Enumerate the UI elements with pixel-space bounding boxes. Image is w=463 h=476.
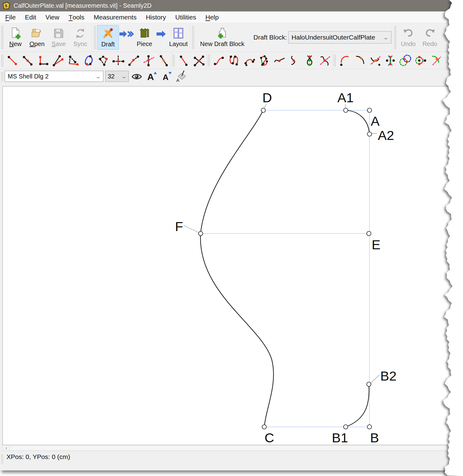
point-C[interactable] (262, 425, 266, 429)
point-bisector-rays-icon (52, 54, 64, 67)
point-length-angle-button[interactable] (5, 53, 20, 68)
undo-button[interactable]: Undo (398, 25, 419, 49)
point-label-settings-button[interactable]: A (174, 70, 188, 83)
sync-button-label: Sync (73, 41, 87, 47)
circle-tangent-point-button[interactable] (413, 53, 428, 68)
curve-bisector-button[interactable] (272, 53, 287, 68)
circles-intersection-button[interactable] (398, 53, 413, 68)
bottom-corner-curve[interactable] (346, 384, 369, 427)
spline-path-button[interactable] (257, 53, 272, 68)
new-draft-block-button[interactable]: New Draft Block (195, 25, 249, 49)
point-label-A[interactable]: A (371, 114, 380, 128)
menu-item-measurements[interactable]: Measurements (89, 11, 141, 23)
top-corner-curve[interactable] (346, 110, 369, 134)
line-intersection-icon (193, 54, 205, 67)
point-normal-button[interactable] (35, 53, 50, 68)
toolbar-drag-handle[interactable] (192, 26, 194, 49)
draft-block-select[interactable]: HaloUndersuitOuterCalfPlate ⌄ (288, 31, 391, 44)
point-A[interactable] (367, 108, 372, 112)
point-D[interactable] (261, 108, 265, 112)
menu-item-tools[interactable]: Tools (64, 11, 89, 23)
menu-item-utilities[interactable]: Utilities (171, 11, 201, 23)
piece-mode-button[interactable]: Piece (134, 25, 155, 49)
curve-intersect-axis-button[interactable] (317, 53, 332, 68)
draft-mode-button[interactable]: Draft (97, 25, 119, 50)
label-leader-A2 (372, 133, 377, 134)
point-label-B[interactable]: B (370, 430, 379, 445)
arc-radius-button[interactable] (337, 53, 352, 68)
point-shoulder-button[interactable] (65, 53, 80, 68)
point-midpoint-button[interactable] (156, 53, 171, 68)
toolbar-drag-handle[interactable] (207, 54, 210, 66)
sync-button[interactable]: Sync (69, 25, 91, 49)
toolbar-drag-handle[interactable] (94, 26, 96, 49)
font-family-value: MS Shell Dlg 2 (8, 73, 48, 80)
curve-control-points-button[interactable] (241, 53, 257, 68)
toolbar-drag-handle[interactable] (1, 26, 4, 49)
curves-intersection-button[interactable] (302, 53, 317, 68)
arc-intersect-axis-button[interactable] (367, 53, 382, 68)
point-label-A1[interactable]: A1 (337, 90, 354, 105)
arc-tangent-axis-button[interactable] (428, 53, 443, 68)
point-E[interactable] (367, 231, 371, 236)
point-label-A2[interactable]: A2 (378, 128, 394, 143)
point-shoulder-icon (67, 54, 79, 67)
undo-arrow-icon (402, 27, 415, 40)
font-size-select[interactable]: 32 ⌄ (105, 71, 129, 82)
new-draft-block-label: New Draft Block (200, 41, 244, 47)
point-label-B2[interactable]: B2 (380, 369, 397, 383)
point-along-curve-button[interactable] (287, 53, 302, 68)
point-B[interactable] (367, 425, 372, 429)
scrollbar-track[interactable] (10, 445, 455, 450)
point-label-E[interactable]: E (372, 237, 381, 252)
decrease-label-font-button[interactable]: A (160, 70, 173, 83)
layout-mode-button[interactable]: Layout (168, 25, 189, 49)
toolbar-drag-handle[interactable] (1, 72, 4, 81)
draft-canvas[interactable]: DA1AA2FEB2CB1B (2, 86, 456, 445)
open-button[interactable]: Open (26, 25, 48, 49)
new-button[interactable]: New (5, 25, 26, 49)
point-A2[interactable] (367, 132, 372, 136)
point-intersect-xy-button[interactable] (111, 53, 126, 68)
arcs-intersection-button[interactable] (382, 53, 398, 68)
toolbar-separator (92, 24, 92, 50)
point-label-C[interactable]: C (265, 430, 274, 445)
menu-item-help[interactable]: Help (201, 11, 223, 23)
line-between-points-button[interactable] (176, 53, 191, 68)
point-B2[interactable] (367, 382, 371, 386)
scroll-left-button[interactable]: ‹ (3, 445, 10, 450)
menu-item-history[interactable]: History (141, 11, 170, 23)
menu-item-edit[interactable]: Edit (20, 11, 41, 23)
toolbar-drag-handle[interactable] (172, 54, 175, 66)
menu-item-view[interactable]: View (41, 11, 64, 23)
point-A1[interactable] (344, 108, 348, 112)
show-labels-button[interactable] (130, 70, 144, 83)
horizontal-scrollbar[interactable]: ‹ (2, 445, 456, 451)
curve-interactive-button[interactable] (211, 53, 226, 68)
point-F[interactable] (198, 231, 203, 236)
point-bisector-angle-button[interactable] (126, 53, 141, 68)
toolbar-drag-handle[interactable] (394, 26, 397, 49)
point-along-line-icon (21, 54, 34, 67)
point-label-B1[interactable]: B1 (332, 430, 348, 445)
point-along-arc-button[interactable] (352, 53, 367, 68)
piece-vest-icon (138, 27, 151, 40)
toolbar-drag-handle[interactable] (333, 54, 336, 66)
font-family-select[interactable]: MS Shell Dlg 2 ⌄ (5, 71, 103, 82)
point-label-F[interactable]: F (175, 219, 183, 234)
spline-interactive-button[interactable] (226, 53, 241, 68)
point-line-intersect-axis-button[interactable] (141, 53, 156, 68)
point-of-contact-button[interactable] (80, 53, 95, 68)
point-of-intersection-button[interactable] (95, 53, 111, 68)
menu-item-file[interactable]: File (1, 11, 20, 23)
point-B1[interactable] (344, 425, 348, 429)
point-along-line-button[interactable] (20, 53, 35, 68)
increase-label-font-button[interactable]: A (145, 70, 158, 83)
redo-button[interactable]: Redo (419, 25, 441, 49)
line-intersection-button[interactable] (191, 53, 206, 68)
side-seam-curve[interactable] (200, 110, 273, 427)
point-label-D[interactable]: D (262, 90, 272, 105)
save-button[interactable]: Save (48, 25, 69, 49)
point-bisector-rays-button[interactable] (50, 53, 65, 68)
toolbar-drag-handle[interactable] (1, 54, 4, 66)
